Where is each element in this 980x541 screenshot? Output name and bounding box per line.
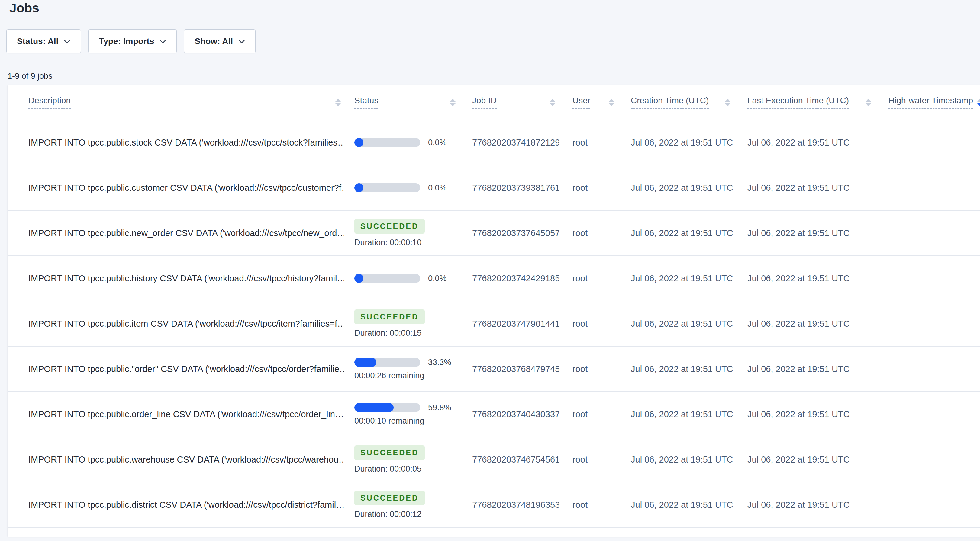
- job-creation-time: Jul 06, 2022 at 19:51 UTC: [618, 256, 734, 301]
- job-description-link[interactable]: IMPORT INTO tpcc.public.item CSV DATA ('…: [29, 319, 344, 329]
- column-header-label: Last Execution Time (UTC): [748, 96, 849, 109]
- job-last-execution-time: Jul 06, 2022 at 19:51 UTC: [734, 211, 875, 255]
- chevron-down-icon: [239, 40, 245, 44]
- sort-asc-icon: [550, 99, 555, 102]
- status-filter-dropdown[interactable]: Status: All: [6, 29, 81, 53]
- column-header-status[interactable]: Status: [344, 86, 459, 119]
- status-badge-succeeded: SUCCEEDED: [354, 309, 425, 324]
- job-description-link[interactable]: IMPORT INTO tpcc.public.warehouse CSV DA…: [29, 455, 344, 465]
- status-duration: Duration: 00:00:10: [354, 238, 422, 247]
- job-creation-time: Jul 06, 2022 at 19:51 UTC: [618, 120, 734, 165]
- column-header-description[interactable]: Description: [8, 86, 344, 119]
- progress-bar-fill: [354, 274, 363, 283]
- table-header-row: DescriptionStatusJob IDUserCreation Time…: [8, 86, 980, 120]
- job-high-water-timestamp: [875, 301, 980, 346]
- job-description-link[interactable]: IMPORT INTO tpcc.public.stock CSV DATA (…: [29, 138, 344, 148]
- sort-desc-icon: [865, 103, 871, 106]
- sort-desc-icon: [450, 103, 455, 106]
- job-user: root: [559, 256, 618, 301]
- column-header-label: Description: [29, 96, 71, 109]
- chevron-down-icon: [64, 40, 70, 44]
- sort-arrows-icon: [335, 99, 341, 106]
- progress-percent: 0.0%: [428, 274, 447, 283]
- job-description-link[interactable]: IMPORT INTO tpcc.public.district CSV DAT…: [29, 500, 344, 510]
- job-status-cell: 0.0%: [344, 165, 459, 210]
- table-row: IMPORT INTO tpcc.public.history CSV DATA…: [8, 256, 980, 301]
- progress-bar-fill: [354, 138, 363, 147]
- progress-percent: 0.0%: [428, 138, 447, 148]
- job-user: root: [559, 211, 618, 255]
- table-body: IMPORT INTO tpcc.public.stock CSV DATA (…: [8, 120, 980, 528]
- job-status-cell: 0.0%: [344, 256, 459, 301]
- sort-asc-icon: [725, 99, 730, 102]
- progress-bar: [354, 403, 420, 412]
- status-badge-succeeded: SUCCEEDED: [354, 445, 425, 460]
- column-header-high-water-timestamp[interactable]: High-water Timestamp: [875, 86, 980, 119]
- job-id: 776820203740430337: [459, 392, 559, 436]
- job-user: root: [559, 120, 618, 165]
- sort-arrows-icon: [725, 99, 730, 106]
- chevron-down-icon: [159, 40, 166, 44]
- job-description-link[interactable]: IMPORT INTO tpcc.public."order" CSV DATA…: [29, 364, 344, 374]
- results-count: 1-9 of 9 jobs: [8, 71, 52, 81]
- column-header-user[interactable]: User: [559, 86, 618, 119]
- show-filter-dropdown[interactable]: Show: All: [184, 29, 256, 53]
- progress-percent: 0.0%: [428, 183, 447, 193]
- job-high-water-timestamp: [875, 120, 980, 165]
- job-high-water-timestamp: [875, 347, 980, 391]
- job-user: root: [559, 347, 618, 391]
- progress-percent: 59.8%: [428, 403, 451, 412]
- job-last-execution-time: Jul 06, 2022 at 19:51 UTC: [734, 256, 875, 301]
- job-user: root: [559, 165, 618, 210]
- job-user: root: [559, 392, 618, 436]
- progress-remaining: 00:00:26 remaining: [354, 371, 424, 381]
- sort-desc-icon: [335, 103, 341, 106]
- job-description-link[interactable]: IMPORT INTO tpcc.public.customer CSV DAT…: [29, 183, 344, 193]
- job-description-link[interactable]: IMPORT INTO tpcc.public.new_order CSV DA…: [29, 228, 344, 238]
- sort-asc-icon: [609, 99, 614, 102]
- progress-bar-fill: [354, 183, 363, 192]
- sort-desc-icon: [977, 103, 980, 106]
- sort-asc-icon: [977, 99, 980, 102]
- column-header-creation-time[interactable]: Creation Time (UTC): [618, 86, 734, 119]
- job-last-execution-time: Jul 06, 2022 at 19:51 UTC: [734, 482, 875, 527]
- job-description-link[interactable]: IMPORT INTO tpcc.public.order_line CSV D…: [29, 409, 344, 419]
- table-row: IMPORT INTO tpcc.public.district CSV DAT…: [8, 482, 980, 528]
- sort-desc-icon: [609, 103, 614, 106]
- job-last-execution-time: Jul 06, 2022 at 19:51 UTC: [734, 437, 875, 482]
- job-creation-time: Jul 06, 2022 at 19:51 UTC: [618, 211, 734, 255]
- status-duration: Duration: 00:00:05: [354, 464, 422, 474]
- job-status-cell: SUCCEEDEDDuration: 00:00:10: [344, 211, 459, 255]
- status-badge-succeeded: SUCCEEDED: [354, 490, 425, 505]
- column-header-job-id[interactable]: Job ID: [459, 86, 559, 119]
- job-id: 776820203748196353: [459, 482, 559, 527]
- sort-arrows-icon: [609, 99, 614, 106]
- job-last-execution-time: Jul 06, 2022 at 19:51 UTC: [734, 347, 875, 391]
- progress-bar: [354, 274, 420, 283]
- sort-arrows-icon: [450, 99, 455, 106]
- status-duration: Duration: 00:00:15: [354, 328, 422, 338]
- job-description-link[interactable]: IMPORT INTO tpcc.public.history CSV DATA…: [29, 273, 344, 284]
- column-header-label: High-water Timestamp: [888, 96, 973, 109]
- job-user: root: [559, 301, 618, 346]
- job-creation-time: Jul 06, 2022 at 19:51 UTC: [618, 482, 734, 527]
- jobs-page: Jobs Status: All Type: Imports Show: All…: [0, 0, 980, 541]
- column-header-last-execution-time[interactable]: Last Execution Time (UTC): [734, 86, 875, 119]
- job-status-cell: SUCCEEDEDDuration: 00:00:05: [344, 437, 459, 482]
- progress-bar-fill: [354, 403, 394, 412]
- column-header-label: Job ID: [472, 96, 496, 109]
- status-badge-succeeded: SUCCEEDED: [354, 219, 425, 234]
- job-last-execution-time: Jul 06, 2022 at 19:51 UTC: [734, 120, 875, 165]
- job-high-water-timestamp: [875, 211, 980, 255]
- progress-bar: [354, 358, 420, 367]
- job-id: 776820203737645057: [459, 211, 559, 255]
- job-creation-time: Jul 06, 2022 at 19:51 UTC: [618, 301, 734, 346]
- sort-arrows-icon: [977, 99, 980, 106]
- type-filter-dropdown[interactable]: Type: Imports: [88, 29, 177, 53]
- sort-asc-icon: [450, 99, 455, 102]
- progress-bar: [354, 183, 420, 192]
- job-high-water-timestamp: [875, 437, 980, 482]
- job-id: 776820203746754561: [459, 437, 559, 482]
- sort-arrows-icon: [550, 99, 555, 106]
- page-title: Jobs: [10, 1, 39, 15]
